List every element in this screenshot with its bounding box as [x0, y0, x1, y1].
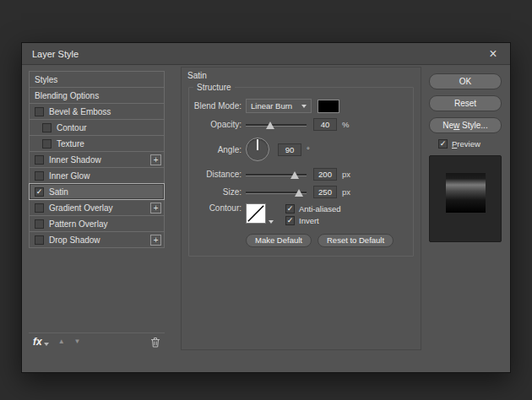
plus-icon: + [154, 156, 159, 165]
blend-mode-value: Linear Burn [251, 101, 292, 111]
sidebar-footer: fx ▲ ▼ [29, 332, 165, 350]
preview-thumbnail-panel [429, 155, 502, 242]
size-row: Size: 250 px [191, 186, 408, 198]
contour-label: Contour: [191, 203, 242, 213]
distance-field[interactable]: 200 [313, 168, 337, 181]
sidebar-item-label: Satin [49, 187, 68, 197]
bevel-emboss-checkbox[interactable] [35, 107, 44, 116]
angle-unit: ° [307, 145, 310, 154]
opacity-field[interactable]: 40 [313, 118, 337, 131]
sidebar-item-inner-glow[interactable]: Inner Glow [29, 167, 165, 184]
sidebar-item-label: Texture [57, 139, 84, 149]
sidebar-item-styles[interactable]: Styles [29, 71, 165, 88]
sidebar-item-blending-options[interactable]: Blending Options [29, 87, 165, 104]
reset-to-default-button[interactable]: Reset to Default [318, 234, 394, 247]
plus-icon: + [154, 204, 159, 213]
opacity-slider[interactable] [246, 120, 307, 130]
move-effect-up-icon[interactable]: ▲ [58, 338, 65, 345]
plus-icon: + [154, 236, 159, 245]
size-field[interactable]: 250 [313, 186, 337, 198]
size-slider[interactable] [246, 187, 307, 197]
slider-track [246, 124, 307, 126]
sidebar-item-label: Inner Glow [49, 171, 90, 181]
checkbox-box: ✓ [438, 139, 448, 149]
sidebar-item-inner-shadow[interactable]: Inner Shadow + [29, 151, 165, 168]
sidebar-item-label: Gradient Overlay [49, 203, 113, 213]
angle-dial-pointer [257, 139, 258, 150]
blend-mode-label: Blend Mode: [191, 101, 242, 111]
check-icon: ✓ [287, 217, 294, 224]
invert-checkbox[interactable]: ✓ Invert [285, 216, 341, 225]
distance-row: Distance: 200 px [191, 168, 408, 181]
new-style-label-pre: Ne [442, 121, 453, 130]
inner-glow-checkbox[interactable] [35, 171, 44, 181]
sidebar-item-bevel-emboss[interactable]: Bevel & Emboss [29, 103, 165, 120]
angle-field[interactable]: 90 [278, 143, 301, 156]
check-icon: ✓ [36, 188, 43, 196]
chevron-down-icon[interactable] [269, 220, 274, 224]
sidebar-item-label: Drop Shadow [49, 235, 100, 245]
preview-checkbox[interactable]: ✓ Preview [438, 139, 502, 149]
blend-mode-select[interactable]: Linear Burn [246, 99, 312, 113]
chevron-down-icon [301, 105, 307, 108]
preview-label: Preview [452, 139, 480, 149]
size-label: Size: [191, 187, 242, 197]
satin-effect-preview [446, 173, 486, 213]
add-gradient-overlay-instance-button[interactable]: + [150, 203, 161, 214]
opacity-label: Opacity: [191, 120, 242, 129]
satin-color-swatch[interactable] [318, 100, 339, 113]
angle-dial[interactable] [246, 138, 269, 161]
add-inner-shadow-instance-button[interactable]: + [150, 154, 161, 165]
inner-shadow-checkbox[interactable] [35, 155, 44, 165]
slider-handle[interactable] [266, 122, 274, 129]
blend-mode-row: Blend Mode: Linear Burn [191, 99, 408, 113]
texture-checkbox[interactable] [42, 139, 52, 149]
fx-menu-button[interactable]: fx [33, 337, 49, 347]
gradient-overlay-checkbox[interactable] [35, 203, 44, 213]
sidebar-item-pattern-overlay[interactable]: Pattern Overlay [29, 215, 165, 232]
sidebar-item-contour[interactable]: Contour [29, 119, 165, 136]
anti-aliased-checkbox[interactable]: ✓ Anti-aliased [285, 204, 341, 214]
dialog-titlebar[interactable]: Layer Style × [22, 43, 510, 65]
checkbox-box: ✓ [285, 204, 295, 214]
sidebar-item-satin[interactable]: ✓ Satin [29, 183, 165, 200]
sidebar-item-texture[interactable]: Texture [29, 135, 165, 152]
move-effect-down-icon[interactable]: ▼ [74, 338, 81, 345]
sidebar-item-gradient-overlay[interactable]: Gradient Overlay + [29, 199, 165, 216]
new-style-button[interactable]: New Style... [429, 117, 502, 133]
sidebar-item-drop-shadow[interactable]: Drop Shadow + [29, 231, 165, 248]
pattern-overlay-checkbox[interactable] [35, 219, 44, 229]
opacity-row: Opacity: 40 % [191, 118, 408, 131]
dialog-actions: OK Reset New Style... ✓ Preview [429, 73, 502, 242]
dialog-title: Layer Style [32, 49, 79, 59]
satin-checkbox[interactable]: ✓ [35, 187, 44, 197]
settings-panel: Satin Structure Blend Mode: Linear Burn … [181, 67, 421, 350]
panel-title: Satin [187, 71, 207, 80]
angle-row: Angle: 90 ° [191, 136, 408, 163]
contour-options: ✓ Anti-aliased ✓ Invert [285, 203, 341, 225]
sidebar-item-label: Contour [57, 123, 87, 132]
sidebar-item-label: Styles [35, 75, 57, 84]
ok-button[interactable]: OK [429, 73, 502, 89]
preview-label-post: review [457, 139, 480, 149]
check-icon: ✓ [440, 140, 447, 148]
slider-handle[interactable] [290, 171, 299, 179]
sidebar-item-label: Inner Shadow [49, 155, 101, 165]
distance-slider[interactable] [246, 170, 307, 180]
size-unit: px [342, 187, 350, 197]
desktop-background: Layer Style × Styles Blending Options Be… [0, 0, 532, 400]
contour-picker[interactable] [246, 203, 274, 224]
close-icon[interactable]: × [486, 47, 500, 61]
checkbox-box: ✓ [285, 216, 295, 225]
delete-effect-button[interactable] [150, 337, 160, 348]
contour-row: Contour: ✓ Anti-aliased [191, 203, 408, 225]
default-buttons-row: Make Default Reset to Default [246, 234, 408, 247]
contour-checkbox[interactable] [42, 123, 52, 132]
add-drop-shadow-instance-button[interactable]: + [150, 235, 161, 246]
layer-style-dialog: Layer Style × Styles Blending Options Be… [21, 42, 511, 373]
drop-shadow-checkbox[interactable] [35, 235, 44, 245]
new-style-label-post: Style... [459, 121, 487, 130]
reset-button[interactable]: Reset [429, 95, 502, 111]
slider-handle[interactable] [295, 189, 303, 197]
make-default-button[interactable]: Make Default [246, 234, 312, 247]
